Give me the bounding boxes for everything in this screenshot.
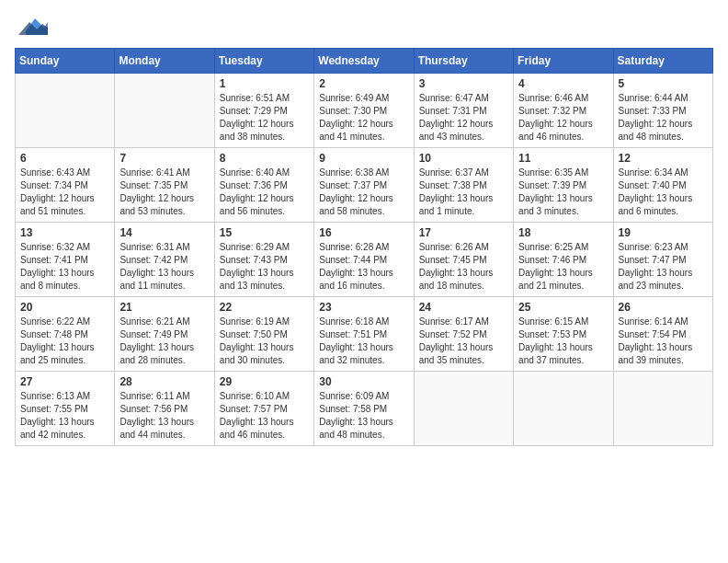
day-number: 26 xyxy=(619,301,708,314)
day-info: Sunrise: 6:14 AM Sunset: 7:54 PM Dayligh… xyxy=(619,316,708,367)
day-info: Sunrise: 6:15 AM Sunset: 7:53 PM Dayligh… xyxy=(518,316,608,367)
day-info: Sunrise: 6:26 AM Sunset: 7:45 PM Dayligh… xyxy=(419,241,508,293)
day-cell-3-0: 20Sunrise: 6:22 AM Sunset: 7:48 PM Dayli… xyxy=(16,297,115,372)
day-number: 29 xyxy=(220,375,309,388)
week-row-1: 1Sunrise: 6:51 AM Sunset: 7:29 PM Daylig… xyxy=(16,74,713,148)
day-number: 5 xyxy=(619,77,708,90)
day-cell-1-3: 9Sunrise: 6:38 AM Sunset: 7:37 PM Daylig… xyxy=(314,148,414,223)
day-cell-2-4: 17Sunrise: 6:26 AM Sunset: 7:45 PM Dayli… xyxy=(414,223,513,297)
day-info: Sunrise: 6:51 AM Sunset: 7:29 PM Dayligh… xyxy=(220,92,309,144)
day-cell-4-6 xyxy=(613,372,712,446)
day-cell-1-1: 7Sunrise: 6:41 AM Sunset: 7:35 PM Daylig… xyxy=(115,148,214,223)
day-cell-2-3: 16Sunrise: 6:28 AM Sunset: 7:44 PM Dayli… xyxy=(314,223,414,297)
day-cell-4-5 xyxy=(514,372,613,446)
day-number: 13 xyxy=(20,226,109,239)
day-cell-1-2: 8Sunrise: 6:40 AM Sunset: 7:36 PM Daylig… xyxy=(214,148,313,223)
day-info: Sunrise: 6:21 AM Sunset: 7:49 PM Dayligh… xyxy=(119,316,209,367)
day-cell-0-6: 5Sunrise: 6:44 AM Sunset: 7:33 PM Daylig… xyxy=(613,74,712,148)
day-info: Sunrise: 6:25 AM Sunset: 7:46 PM Dayligh… xyxy=(518,241,608,293)
day-number: 28 xyxy=(119,375,209,388)
day-number: 11 xyxy=(518,152,608,165)
day-number: 21 xyxy=(119,301,209,314)
day-info: Sunrise: 6:46 AM Sunset: 7:32 PM Dayligh… xyxy=(518,92,608,144)
day-number: 23 xyxy=(319,301,408,314)
day-number: 25 xyxy=(518,301,608,314)
day-cell-1-4: 10Sunrise: 6:37 AM Sunset: 7:38 PM Dayli… xyxy=(414,148,513,223)
day-info: Sunrise: 6:35 AM Sunset: 7:39 PM Dayligh… xyxy=(518,167,608,218)
header-friday: Friday xyxy=(514,49,613,74)
day-info: Sunrise: 6:13 AM Sunset: 7:55 PM Dayligh… xyxy=(20,390,109,442)
day-info: Sunrise: 6:34 AM Sunset: 7:40 PM Dayligh… xyxy=(619,167,708,218)
day-info: Sunrise: 6:10 AM Sunset: 7:57 PM Dayligh… xyxy=(220,390,309,442)
header-thursday: Thursday xyxy=(414,49,513,74)
day-info: Sunrise: 6:22 AM Sunset: 7:48 PM Dayligh… xyxy=(20,316,109,367)
header-sunday: Sunday xyxy=(16,49,115,74)
day-number: 24 xyxy=(419,301,508,314)
day-number: 18 xyxy=(518,226,608,239)
day-cell-2-1: 14Sunrise: 6:31 AM Sunset: 7:42 PM Dayli… xyxy=(115,223,214,297)
day-info: Sunrise: 6:40 AM Sunset: 7:36 PM Dayligh… xyxy=(220,167,309,218)
day-cell-0-1 xyxy=(115,74,214,148)
day-cell-3-6: 26Sunrise: 6:14 AM Sunset: 7:54 PM Dayli… xyxy=(613,297,712,372)
day-info: Sunrise: 6:23 AM Sunset: 7:47 PM Dayligh… xyxy=(619,241,708,293)
day-cell-0-4: 3Sunrise: 6:47 AM Sunset: 7:31 PM Daylig… xyxy=(414,74,513,148)
day-cell-3-1: 21Sunrise: 6:21 AM Sunset: 7:49 PM Dayli… xyxy=(115,297,214,372)
calendar-header-row: SundayMondayTuesdayWednesdayThursdayFrid… xyxy=(16,49,713,74)
day-number: 2 xyxy=(319,77,408,90)
day-info: Sunrise: 6:41 AM Sunset: 7:35 PM Dayligh… xyxy=(119,167,209,218)
day-info: Sunrise: 6:11 AM Sunset: 7:56 PM Dayligh… xyxy=(119,390,209,442)
week-row-5: 27Sunrise: 6:13 AM Sunset: 7:55 PM Dayli… xyxy=(16,372,713,446)
day-number: 12 xyxy=(619,152,708,165)
calendar-table: SundayMondayTuesdayWednesdayThursdayFrid… xyxy=(15,48,713,446)
day-cell-3-4: 24Sunrise: 6:17 AM Sunset: 7:52 PM Dayli… xyxy=(414,297,513,372)
day-info: Sunrise: 6:47 AM Sunset: 7:31 PM Dayligh… xyxy=(419,92,508,144)
week-row-3: 13Sunrise: 6:32 AM Sunset: 7:41 PM Dayli… xyxy=(16,223,713,297)
day-info: Sunrise: 6:29 AM Sunset: 7:43 PM Dayligh… xyxy=(220,241,309,293)
day-cell-2-5: 18Sunrise: 6:25 AM Sunset: 7:46 PM Dayli… xyxy=(514,223,613,297)
day-number: 15 xyxy=(220,226,309,239)
day-info: Sunrise: 6:17 AM Sunset: 7:52 PM Dayligh… xyxy=(419,316,508,367)
day-number: 6 xyxy=(20,152,109,165)
day-info: Sunrise: 6:31 AM Sunset: 7:42 PM Dayligh… xyxy=(119,241,209,293)
day-cell-3-2: 22Sunrise: 6:19 AM Sunset: 7:50 PM Dayli… xyxy=(214,297,313,372)
day-info: Sunrise: 6:09 AM Sunset: 7:58 PM Dayligh… xyxy=(319,390,408,442)
day-cell-1-0: 6Sunrise: 6:43 AM Sunset: 7:34 PM Daylig… xyxy=(16,148,115,223)
day-cell-4-2: 29Sunrise: 6:10 AM Sunset: 7:57 PM Dayli… xyxy=(214,372,313,446)
day-cell-3-5: 25Sunrise: 6:15 AM Sunset: 7:53 PM Dayli… xyxy=(514,297,613,372)
day-number: 30 xyxy=(319,375,408,388)
day-number: 10 xyxy=(419,152,508,165)
day-cell-3-3: 23Sunrise: 6:18 AM Sunset: 7:51 PM Dayli… xyxy=(314,297,414,372)
day-cell-0-0 xyxy=(16,74,115,148)
header-saturday: Saturday xyxy=(613,49,712,74)
day-cell-4-1: 28Sunrise: 6:11 AM Sunset: 7:56 PM Dayli… xyxy=(115,372,214,446)
day-number: 27 xyxy=(20,375,109,388)
day-info: Sunrise: 6:49 AM Sunset: 7:30 PM Dayligh… xyxy=(319,92,408,144)
day-cell-0-2: 1Sunrise: 6:51 AM Sunset: 7:29 PM Daylig… xyxy=(214,74,313,148)
day-cell-1-6: 12Sunrise: 6:34 AM Sunset: 7:40 PM Dayli… xyxy=(613,148,712,223)
day-info: Sunrise: 6:32 AM Sunset: 7:41 PM Dayligh… xyxy=(20,241,109,293)
day-number: 20 xyxy=(20,301,109,314)
day-cell-2-2: 15Sunrise: 6:29 AM Sunset: 7:43 PM Dayli… xyxy=(214,223,313,297)
day-cell-1-5: 11Sunrise: 6:35 AM Sunset: 7:39 PM Dayli… xyxy=(514,148,613,223)
header-monday: Monday xyxy=(115,49,214,74)
day-cell-4-0: 27Sunrise: 6:13 AM Sunset: 7:55 PM Dayli… xyxy=(16,372,115,446)
day-info: Sunrise: 6:28 AM Sunset: 7:44 PM Dayligh… xyxy=(319,241,408,293)
day-number: 7 xyxy=(119,152,209,165)
day-info: Sunrise: 6:37 AM Sunset: 7:38 PM Dayligh… xyxy=(419,167,508,218)
day-number: 8 xyxy=(220,152,309,165)
day-info: Sunrise: 6:44 AM Sunset: 7:33 PM Dayligh… xyxy=(619,92,708,144)
day-number: 1 xyxy=(220,77,309,90)
day-info: Sunrise: 6:43 AM Sunset: 7:34 PM Dayligh… xyxy=(20,167,109,218)
day-info: Sunrise: 6:19 AM Sunset: 7:50 PM Dayligh… xyxy=(220,316,309,367)
logo-icon xyxy=(18,15,48,39)
page-header xyxy=(15,15,713,39)
week-row-2: 6Sunrise: 6:43 AM Sunset: 7:34 PM Daylig… xyxy=(16,148,713,223)
day-cell-2-6: 19Sunrise: 6:23 AM Sunset: 7:47 PM Dayli… xyxy=(613,223,712,297)
header-tuesday: Tuesday xyxy=(214,49,313,74)
day-cell-4-4 xyxy=(414,372,513,446)
day-cell-0-5: 4Sunrise: 6:46 AM Sunset: 7:32 PM Daylig… xyxy=(514,74,613,148)
day-cell-0-3: 2Sunrise: 6:49 AM Sunset: 7:30 PM Daylig… xyxy=(314,74,414,148)
day-number: 19 xyxy=(619,226,708,239)
day-info: Sunrise: 6:18 AM Sunset: 7:51 PM Dayligh… xyxy=(319,316,408,367)
day-number: 16 xyxy=(319,226,408,239)
